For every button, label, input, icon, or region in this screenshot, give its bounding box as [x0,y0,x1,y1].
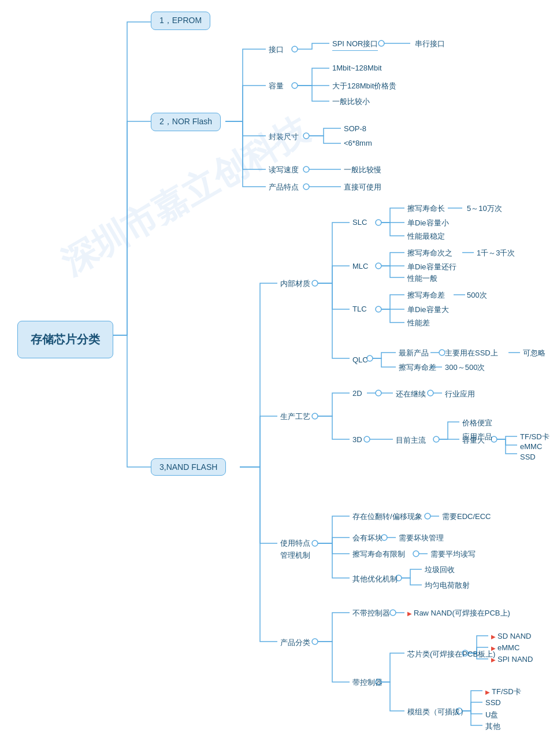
node-cap2: 大于128Mbit价格贵 [332,81,396,91]
node-spi-nor: SPI NOR接口 [332,39,378,51]
node-mlc-perf: 性能一般 [407,273,437,284]
node-app-products: 应用产品 [462,432,492,442]
node-raw-nand-label: ▶Raw NAND(可焊接在PCB上) [407,608,510,618]
nand-flash-label: 3,NAND FLASH [159,462,217,472]
node-slc: SLC [352,218,367,227]
node-qlc-new: 最新产品 [399,348,429,358]
node-sd-nand: ▶SD NAND [491,632,532,640]
svg-point-18 [312,540,318,546]
node-package: 封装尺寸 [269,132,299,142]
node-slc-perf: 性能最稳定 [407,231,445,242]
svg-point-8 [376,263,381,269]
node-slc-life: 5～10万次 [467,203,502,214]
node-bad-block: 会有坏块 [352,533,383,543]
node-ssd-app: SSD [520,453,536,461]
node-product-feature: 产品特点 [269,182,299,192]
svg-point-13 [376,390,381,396]
node-capacity: 容量 [269,81,284,91]
node-mlc: MLC [352,262,368,270]
node-3d: 3D [352,435,362,444]
node-cap3: 一般比较小 [332,97,370,107]
svg-point-14 [428,390,433,396]
node-with-ctrl: 带控制器 [352,677,383,688]
node-gc: 垃圾回收 [425,565,455,575]
node-mlc-die: 单Die容量还行 [407,262,456,272]
svg-point-22 [425,513,430,519]
svg-point-6 [312,280,318,286]
node-charge-spread: 均匀电荷散射 [425,580,470,591]
node-2d-app: 行业应用 [445,389,475,399]
node-emmc: eMMC [520,442,542,451]
node-nand-flash: 3,NAND FLASH [151,458,226,476]
svg-point-15 [364,436,370,442]
svg-point-4 [303,184,309,190]
node-qlc-ignore: 可忽略 [523,348,545,358]
node-sop8: SOP-8 [344,124,366,133]
svg-point-16 [433,436,439,442]
node-others: 其他 [485,721,500,732]
node-3d-main: 目前主流 [396,435,426,446]
svg-point-5 [378,40,384,46]
node-cap1: 1Mbit~128Mbit [332,64,382,72]
svg-point-20 [413,551,419,557]
node-qlc-erase: 擦写寿命差 [399,362,436,373]
node-bad-block-mgmt: 需要坏块管理 [399,533,444,543]
svg-point-2 [303,133,309,139]
svg-point-23 [312,639,318,644]
node-spi-nand: ▶SPI NAND [491,655,533,664]
node-wear-level: 需要平均读写 [430,549,476,559]
nor-flash-label: 2，NOR Flash [159,117,212,126]
node-slc-die: 单Die容量小 [407,218,449,228]
node-product-class: 产品分类 [280,638,310,648]
svg-point-7 [376,220,381,225]
node-other-opt: 其他优化机制 [352,574,398,584]
svg-point-1 [292,83,298,88]
node-chip-type: 芯片类(可焊接在PCB板上) [407,649,495,659]
node-slc-erase: 擦写寿命长 [407,203,445,214]
node-mlc-erase: 擦写寿命次之 [407,248,452,258]
node-erase-limit: 擦写寿命有限制 [352,549,405,559]
node-ssd2: SSD [485,698,501,707]
node-udisk: U盘 [485,710,498,720]
node-2d: 2D [352,389,362,398]
svg-point-9 [376,306,381,312]
node-no-ctrl: 不带控制器 [352,608,390,618]
svg-point-0 [292,46,298,52]
node-usage: 使用特点管理机制 [280,538,310,562]
svg-point-3 [303,166,309,172]
node-qlc: QLC [352,355,368,364]
node-eprom: 1，EPROM [151,12,210,30]
node-mlc-life: 1千～3千次 [477,248,515,258]
node-size: <6*8mm [344,139,372,147]
node-tlc-erase: 擦写寿命差 [407,290,445,301]
mindmap-container: 存储芯片分类 1，EPROM 2，NOR Flash 接口 SPI NOR接口 … [0,0,557,756]
node-tlc-die: 单Die容量大 [407,305,449,315]
node-process: 生产工艺 [280,412,310,422]
node-speed: 读写速度 [269,165,299,175]
node-speed-val: 一般比较慢 [344,165,381,175]
node-2d-status: 还在继续 [396,389,426,399]
node-bit-flip: 存在位翻转/偏移现象 [352,512,422,522]
svg-point-12 [312,413,318,419]
node-serial: 串行接口 [415,39,445,49]
node-module-type: 模组类（可插拔） [407,707,467,717]
node-direct-use: 直接可使用 [344,182,381,192]
node-nor-flash: 2，NOR Flash [151,113,221,131]
node-interface: 接口 [269,45,284,55]
node-qlc-ssd: 主要用在SSD上 [445,348,498,358]
node-tf-sd: TF/SD卡 [520,432,549,442]
root-node: 存储芯片分类 [17,321,113,358]
node-tlc-life: 500次 [467,290,487,301]
connector-lines [0,0,557,756]
node-emmc2: ▶eMMC [491,643,519,652]
svg-point-11 [439,350,445,355]
node-tf-sd2: ▶TF/SD卡 [485,687,521,697]
eprom-label: 1，EPROM [159,16,202,25]
svg-point-24 [390,610,396,616]
node-edc: 需要EDC/ECC [442,512,491,522]
node-tlc-perf: 性能差 [407,318,430,328]
node-material: 内部材质 [280,279,310,289]
root-label: 存储芯片分类 [31,333,100,346]
node-tlc: TLC [352,305,367,313]
node-3d-price: 价格便宜 [462,418,492,428]
